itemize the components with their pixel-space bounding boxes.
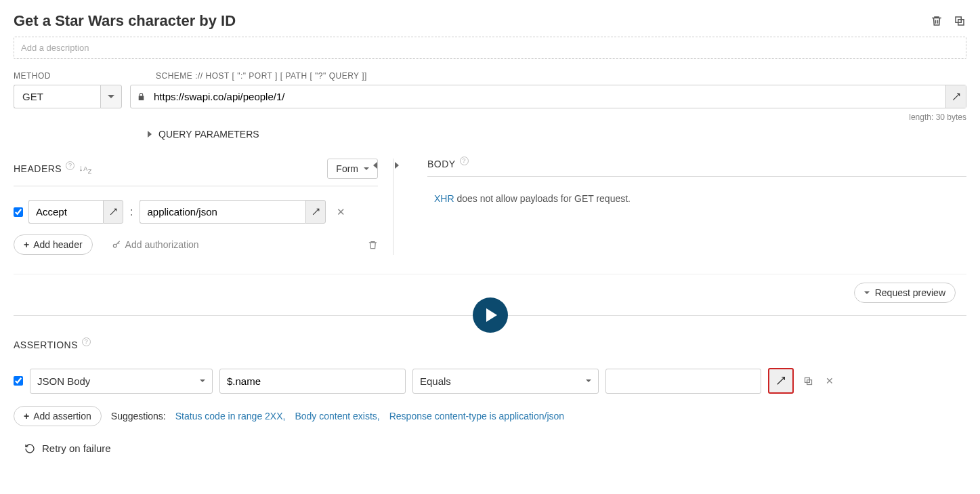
- assertion-property-input[interactable]: [219, 369, 406, 394]
- assertion-source-value: JSON Body: [37, 375, 90, 387]
- magic-wand-icon[interactable]: [305, 200, 326, 224]
- chevron-down-icon[interactable]: [100, 85, 122, 108]
- method-select[interactable]: GET: [14, 85, 122, 108]
- header-value-input[interactable]: [140, 200, 305, 224]
- suggestion-link[interactable]: Response content-type is application/jso…: [389, 411, 564, 421]
- lock-icon: [131, 85, 151, 108]
- form-toggle[interactable]: Form: [327, 159, 378, 179]
- assertion-value-input[interactable]: [605, 369, 761, 394]
- trash-icon[interactable]: [368, 240, 378, 250]
- play-icon: [486, 308, 497, 322]
- add-authorization-label: Add authorization: [125, 239, 199, 250]
- description-input[interactable]: [14, 37, 966, 59]
- chevron-down-icon: [364, 167, 369, 170]
- page-title: Get a Star Wars character by ID: [14, 12, 236, 30]
- chevron-right-icon: [148, 131, 152, 138]
- assertion-comparison-value: Equals: [420, 375, 451, 387]
- collapse-right-icon[interactable]: [395, 162, 399, 169]
- header-name-input[interactable]: [28, 200, 103, 224]
- query-parameters-label: QUERY PARAMETERS: [158, 129, 259, 140]
- chevron-down-icon: [586, 379, 591, 382]
- retry-on-failure-toggle[interactable]: Retry on failure: [14, 442, 966, 454]
- query-parameters-toggle[interactable]: QUERY PARAMETERS: [14, 129, 966, 140]
- body-message-text: does not allow payloads for GET request.: [454, 193, 631, 204]
- trash-icon[interactable]: [930, 14, 943, 28]
- remove-header-icon[interactable]: ✕: [331, 206, 345, 218]
- assertion-comparison-select[interactable]: Equals: [412, 369, 599, 394]
- suggestion-link[interactable]: Body content exists,: [295, 411, 379, 421]
- add-assertion-label: Add assertion: [33, 411, 91, 421]
- xhr-link[interactable]: XHR: [434, 193, 454, 204]
- method-value: GET: [14, 85, 100, 108]
- assertion-source-select[interactable]: JSON Body: [30, 369, 213, 394]
- collapse-left-icon[interactable]: [373, 162, 377, 169]
- colon-separator: :: [129, 206, 134, 218]
- suggestions-label: Suggestions:: [111, 411, 166, 421]
- copy-icon[interactable]: [801, 376, 816, 386]
- url-length-text: length: 30 bytes: [14, 111, 966, 129]
- help-icon[interactable]: ?: [460, 157, 469, 165]
- sort-icon[interactable]: ↓AZ: [79, 163, 92, 175]
- help-icon[interactable]: ?: [82, 337, 91, 346]
- title-row: Get a Star Wars character by ID: [14, 12, 966, 30]
- play-button[interactable]: [473, 297, 508, 333]
- add-header-label: Add header: [33, 239, 82, 250]
- header-row: : ✕: [14, 200, 378, 224]
- help-icon[interactable]: ?: [66, 161, 74, 170]
- body-title: BODY: [427, 159, 456, 169]
- magic-wand-icon[interactable]: [103, 200, 123, 224]
- method-label: METHOD: [14, 71, 122, 81]
- url-input[interactable]: [151, 85, 945, 108]
- chevron-down-icon: [864, 291, 870, 294]
- header-enabled-checkbox[interactable]: [14, 207, 23, 217]
- assertion-enabled-checkbox[interactable]: [14, 376, 23, 386]
- add-header-button[interactable]: + Add header: [14, 234, 93, 255]
- magic-wand-button[interactable]: [768, 368, 794, 394]
- magic-wand-icon[interactable]: [945, 85, 966, 108]
- form-toggle-label: Form: [336, 163, 358, 174]
- add-assertion-button[interactable]: + Add assertion: [14, 406, 102, 426]
- headers-title: HEADERS: [14, 163, 62, 174]
- remove-assertion-icon[interactable]: ✕: [823, 375, 836, 386]
- chevron-down-icon: [200, 379, 205, 382]
- assertions-title: ASSERTIONS: [14, 339, 78, 350]
- url-label: SCHEME :// HOST [ ":" PORT ] [ PATH [ "?…: [135, 71, 367, 81]
- assertion-row: JSON Body Equals ✕: [14, 368, 966, 394]
- body-message: XHR does not allow payloads for GET requ…: [427, 193, 966, 204]
- retry-on-failure-label: Retry on failure: [42, 442, 111, 454]
- request-preview-label: Request preview: [875, 287, 945, 298]
- copy-icon[interactable]: [953, 14, 966, 28]
- add-authorization-link[interactable]: Add authorization: [112, 239, 199, 250]
- suggestion-link[interactable]: Status code in range 2XX,: [175, 411, 286, 421]
